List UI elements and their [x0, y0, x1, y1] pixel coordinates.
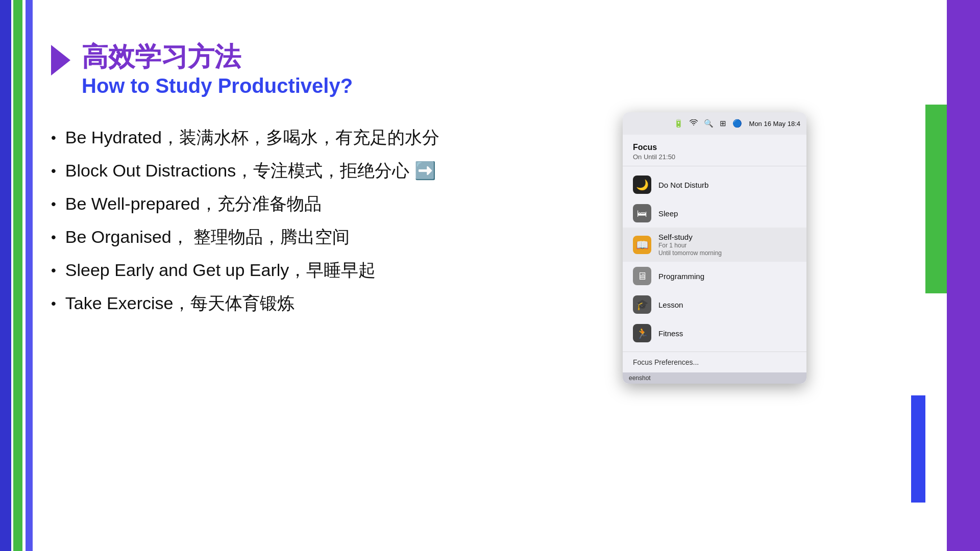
- bar-green: [13, 0, 22, 551]
- focus-item-text: Programming: [658, 272, 704, 281]
- focus-title: Focus: [633, 143, 796, 152]
- moon-icon: 🌙: [633, 176, 651, 194]
- focus-item-name: Fitness: [658, 329, 683, 338]
- siri-icon[interactable]: 🔵: [732, 119, 742, 128]
- mac-menubar: 🔋 🔍 ⊞ 🔵 Mon 16 May 18:4: [623, 112, 806, 135]
- focus-item-text: Sleep: [658, 209, 678, 218]
- bar-blue-light: [26, 0, 33, 551]
- focus-dropdown: Focus On Until 21:50 🌙 Do Not Disturb 🛏 …: [623, 135, 806, 384]
- mac-menubar-icons: 🔋 🔍 ⊞ 🔵: [674, 119, 742, 128]
- focus-subtitle: On Until 21:50: [633, 153, 796, 161]
- right-bar-blue: [911, 395, 925, 503]
- focus-item-sleep[interactable]: 🛏 Sleep: [623, 199, 806, 228]
- bullet-text: Be Organised， 整理物品，腾出空间: [65, 224, 350, 250]
- focus-items: 🌙 Do Not Disturb 🛏 Sleep 📖 Self-study Fo…: [623, 166, 806, 352]
- focus-item-sub2: Until tomorrow morning: [658, 249, 722, 257]
- bullet-text: Take Exercise，每天体育锻炼: [65, 290, 295, 316]
- focus-item-fitness[interactable]: 🏃 Fitness: [623, 319, 806, 347]
- focus-item-name: Sleep: [658, 209, 678, 218]
- title-section: 高效学习方法 How to Study Productively?: [51, 41, 817, 99]
- left-decoration: [0, 0, 33, 551]
- programming-icon: 🖥: [633, 267, 651, 285]
- menubar-time: Mon 16 May 18:4: [749, 120, 800, 128]
- panel-bottom-label: eenshot: [623, 372, 806, 384]
- bullet-dot: •: [51, 127, 56, 149]
- bullet-text: Sleep Early and Get up Early，早睡早起: [65, 257, 376, 283]
- title-text-block: 高效学习方法 How to Study Productively?: [82, 41, 353, 99]
- screenshot-panel: 🔋 🔍 ⊞ 🔵 Mon 16 May 18:4 Focus On: [623, 112, 806, 384]
- focus-item-name: Lesson: [658, 300, 683, 309]
- right-bar-purple: [947, 0, 980, 551]
- battery-icon: 🔋: [674, 119, 683, 128]
- focus-item-self-study[interactable]: 📖 Self-study For 1 hour Until tomorrow m…: [623, 228, 806, 262]
- focus-item-text: Self-study For 1 hour Until tomorrow mor…: [658, 233, 722, 257]
- selfstudy-icon: 📖: [633, 236, 651, 254]
- bullet-dot: •: [51, 259, 56, 282]
- bullet-text: Be Hydrated，装满水杯，多喝水，有充足的水分: [65, 124, 439, 151]
- focus-item-sub1: For 1 hour: [658, 242, 722, 249]
- focus-item-text: Lesson: [658, 300, 683, 309]
- focus-item-name: Self-study: [658, 233, 722, 241]
- lesson-icon: 🎓: [633, 295, 651, 314]
- focus-header: Focus On Until 21:50: [623, 135, 806, 166]
- search-icon[interactable]: 🔍: [704, 119, 714, 128]
- focus-preferences-button[interactable]: Focus Preferences...: [623, 352, 806, 372]
- title-english: How to Study Productively?: [82, 72, 353, 99]
- focus-item-programming[interactable]: 🖥 Programming: [623, 262, 806, 290]
- title-chinese: 高效学习方法: [82, 41, 353, 72]
- focus-item-text: Do Not Disturb: [658, 181, 708, 189]
- fitness-icon: 🏃: [633, 324, 651, 342]
- sleep-icon: 🛏: [633, 204, 651, 222]
- bullet-dot: •: [51, 160, 56, 183]
- focus-item-lesson[interactable]: 🎓 Lesson: [623, 290, 806, 319]
- bullet-dot: •: [51, 226, 56, 249]
- bullet-dot: •: [51, 193, 56, 216]
- right-bar-green: [925, 105, 947, 293]
- focus-item-text: Fitness: [658, 329, 683, 338]
- focus-item-do-not-disturb[interactable]: 🌙 Do Not Disturb: [623, 170, 806, 199]
- bullet-text: Be Well-prepared，充分准备物品: [65, 191, 322, 217]
- title-arrow-icon: [51, 45, 70, 76]
- wifi-icon: [690, 119, 698, 128]
- app-switcher-icon[interactable]: ⊞: [720, 119, 726, 128]
- bar-blue-dark: [0, 0, 11, 551]
- bullet-dot: •: [51, 292, 56, 315]
- focus-item-name: Programming: [658, 272, 704, 281]
- focus-item-name: Do Not Disturb: [658, 181, 708, 189]
- bullet-text: Block Out Distractions，专注模式，拒绝分心 ➡️: [65, 158, 436, 184]
